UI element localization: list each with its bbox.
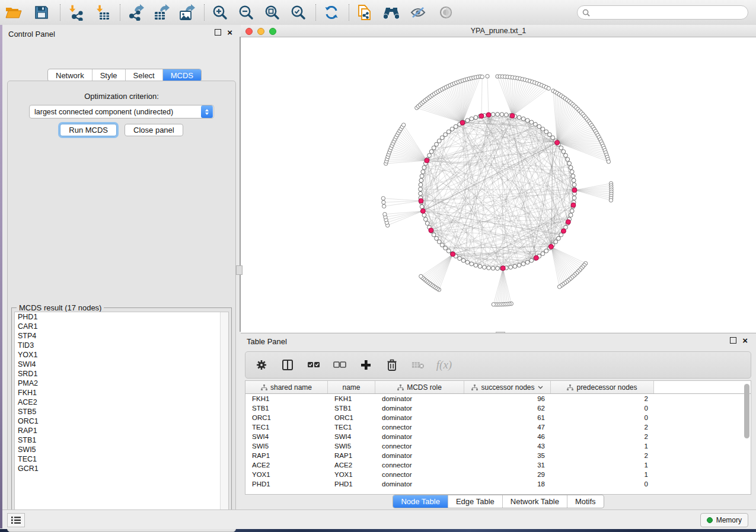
import-table-button[interactable] bbox=[91, 1, 114, 24]
close-panel-icon[interactable]: × bbox=[742, 338, 748, 344]
select-all-button[interactable] bbox=[307, 358, 320, 371]
mcds-result-item[interactable]: GCR1 bbox=[15, 464, 228, 473]
zoom-selected-button[interactable] bbox=[287, 1, 310, 24]
table-scrollbar-thumb[interactable] bbox=[744, 384, 749, 438]
table-cell: STB1 bbox=[328, 405, 375, 412]
open-file-button[interactable] bbox=[2, 1, 25, 24]
window-minimize-icon[interactable] bbox=[257, 28, 264, 35]
close-panel-icon[interactable]: × bbox=[227, 30, 232, 36]
cytoscape-window: Control Panel × Network Style Select MCD… bbox=[0, 0, 756, 528]
clone-network-button[interactable] bbox=[353, 1, 376, 24]
window-zoom-icon[interactable] bbox=[269, 28, 276, 35]
split-view-button[interactable] bbox=[281, 358, 294, 371]
mcds-result-item[interactable]: STB1 bbox=[15, 435, 228, 445]
function-builder-button[interactable]: f(x) bbox=[438, 358, 451, 371]
deselect-all-button[interactable] bbox=[333, 358, 346, 371]
mcds-result-item[interactable]: PHD1 bbox=[15, 312, 228, 322]
save-session-button[interactable] bbox=[30, 1, 53, 24]
tab-motifs[interactable]: Motifs bbox=[567, 495, 604, 508]
search-field[interactable] bbox=[577, 5, 748, 20]
criterion-select[interactable]: largest connected component (undirected) bbox=[29, 105, 214, 118]
mcds-result-item[interactable]: CAR1 bbox=[15, 322, 228, 331]
float-panel-icon[interactable] bbox=[730, 337, 736, 344]
toolbar-separator bbox=[315, 4, 317, 21]
table-row[interactable]: SWI5SWI5connector431 bbox=[245, 441, 751, 451]
tab-mcds[interactable]: MCDS bbox=[163, 69, 201, 81]
network-title-bar[interactable]: YPA_prune.txt_1 bbox=[241, 25, 756, 37]
show-details-button[interactable] bbox=[435, 1, 457, 24]
gear-button[interactable] bbox=[255, 358, 268, 371]
add-column-button[interactable] bbox=[359, 358, 372, 371]
table-cell: 1 bbox=[551, 462, 654, 469]
table-row[interactable]: SWI4SWI4dominator462 bbox=[245, 432, 751, 441]
tab-node-table[interactable]: Node Table bbox=[393, 495, 448, 508]
table-cell: YOX1 bbox=[328, 471, 375, 478]
panel-divider-vertical[interactable] bbox=[240, 37, 241, 332]
column-header-shared-name[interactable]: shared name bbox=[245, 381, 328, 393]
mcds-result-item[interactable]: TEC1 bbox=[15, 454, 228, 464]
zoom-out-button[interactable] bbox=[235, 1, 257, 24]
table-row[interactable]: RAP1RAP1dominator352 bbox=[245, 451, 751, 460]
node-table-body: FKH1FKH1dominator962STB1STB1dominator620… bbox=[245, 394, 751, 489]
delete-column-button[interactable] bbox=[385, 358, 398, 371]
table-cell: 47 bbox=[464, 424, 551, 431]
table-cell: SWI4 bbox=[245, 433, 328, 440]
divider-grip[interactable] bbox=[236, 265, 243, 275]
table-row[interactable]: YOX1YOX1connector291 bbox=[245, 470, 751, 479]
float-panel-icon[interactable] bbox=[215, 29, 221, 36]
mcds-result-list[interactable]: PHD1CAR1STP4TID3YOX1SWI4SRD1PMA2FKH1ACE2… bbox=[14, 312, 229, 520]
memory-button[interactable]: Memory bbox=[700, 513, 748, 527]
status-bar: Memory bbox=[0, 509, 756, 529]
search-input[interactable] bbox=[593, 8, 743, 17]
mcds-result-item[interactable]: FKH1 bbox=[15, 388, 228, 398]
column-header-mcds-role[interactable]: MCDS role bbox=[375, 381, 464, 393]
window-close-icon[interactable] bbox=[245, 28, 253, 35]
mcds-result-item[interactable]: PMA2 bbox=[15, 379, 228, 388]
table-row[interactable]: ORC1ORC1dominator610 bbox=[245, 413, 751, 422]
table-cell: 31 bbox=[464, 462, 551, 469]
mcds-result-item[interactable]: STB5 bbox=[15, 407, 228, 416]
control-panel-title: Control Panel bbox=[8, 30, 55, 39]
mcds-result-item[interactable]: STP4 bbox=[15, 331, 228, 341]
table-row[interactable]: TEC1TEC1connector472 bbox=[245, 422, 751, 432]
table-row[interactable]: STB1STB1dominator620 bbox=[245, 403, 751, 413]
delete-table-button[interactable] bbox=[412, 358, 425, 371]
mcds-result-item[interactable]: RAP1 bbox=[15, 426, 228, 435]
zoom-in-button[interactable] bbox=[209, 1, 231, 24]
hide-details-button[interactable] bbox=[407, 1, 429, 24]
export-image-button[interactable] bbox=[176, 1, 198, 24]
result-list-scrollbar[interactable] bbox=[220, 312, 228, 520]
table-row[interactable]: FKH1FKH1dominator962 bbox=[245, 394, 751, 403]
column-header-predecessor-nodes[interactable]: predecessor nodes bbox=[551, 381, 654, 393]
table-cell: SWI4 bbox=[328, 433, 375, 440]
tab-select[interactable]: Select bbox=[126, 69, 163, 81]
delete-table-icon bbox=[412, 360, 425, 370]
mcds-result-item[interactable]: TID3 bbox=[15, 341, 228, 350]
table-row[interactable]: PHD1PHD1dominator180 bbox=[245, 479, 751, 489]
mcds-result-item[interactable]: ACE2 bbox=[15, 398, 228, 407]
table-row[interactable]: ACE2ACE2connector311 bbox=[245, 460, 751, 470]
network-canvas[interactable] bbox=[241, 37, 756, 332]
export-network-button[interactable] bbox=[125, 1, 147, 24]
find-button[interactable] bbox=[380, 1, 403, 24]
refresh-button[interactable] bbox=[320, 1, 343, 24]
export-table-button[interactable] bbox=[150, 1, 173, 24]
mcds-result-item[interactable]: ORC1 bbox=[15, 416, 228, 426]
table-cell: SWI5 bbox=[245, 443, 328, 450]
column-header-name[interactable]: name bbox=[328, 381, 375, 393]
mcds-result-item[interactable]: SWI5 bbox=[15, 445, 228, 454]
mcds-result-item[interactable]: YOX1 bbox=[15, 350, 228, 360]
column-header-successor-nodes[interactable]: successor nodes bbox=[464, 381, 551, 393]
split-view-icon bbox=[282, 359, 294, 371]
run-mcds-button[interactable]: Run MCDS bbox=[60, 124, 117, 136]
tab-style[interactable]: Style bbox=[92, 69, 126, 81]
mcds-result-item[interactable]: SRD1 bbox=[15, 369, 228, 379]
tab-network[interactable]: Network bbox=[48, 69, 92, 81]
close-panel-button[interactable]: Close panel bbox=[125, 124, 183, 136]
import-network-button[interactable] bbox=[65, 1, 87, 24]
tab-edge-table[interactable]: Edge Table bbox=[448, 495, 503, 508]
tab-network-table[interactable]: Network Table bbox=[503, 495, 567, 508]
task-history-button[interactable] bbox=[7, 513, 25, 527]
zoom-fit-button[interactable] bbox=[261, 1, 283, 24]
mcds-result-item[interactable]: SWI4 bbox=[15, 360, 228, 369]
